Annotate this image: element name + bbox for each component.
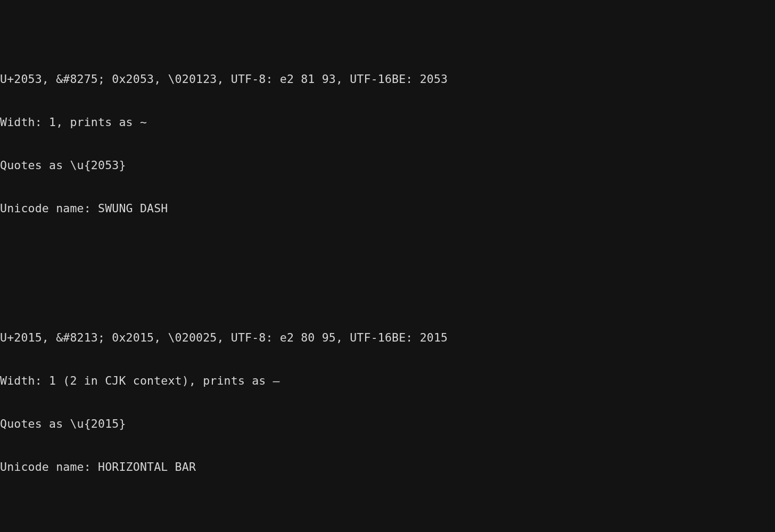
output-line: Unicode name: SWUNG DASH bbox=[0, 201, 775, 215]
output-line: Unicode name: HORIZONTAL BAR bbox=[0, 460, 775, 474]
output-line: Quotes as \u{2015} bbox=[0, 417, 775, 431]
output-line: Quotes as \u{2053} bbox=[0, 158, 775, 172]
output-line: U+2053, &#8275; 0x2053, \020123, UTF-8: … bbox=[0, 72, 775, 86]
char-block: U+2015, &#8213; 0x2015, \020025, UTF-8: … bbox=[0, 302, 775, 503]
output-line: Width: 1 (2 in CJK context), prints as — bbox=[0, 373, 775, 388]
char-block: U+2053, &#8275; 0x2053, \020123, UTF-8: … bbox=[0, 43, 775, 244]
terminal-output: U+2053, &#8275; 0x2053, \020123, UTF-8: … bbox=[0, 0, 775, 532]
output-line: U+2015, &#8213; 0x2015, \020025, UTF-8: … bbox=[0, 330, 775, 345]
output-line: Width: 1, prints as ~ bbox=[0, 115, 775, 129]
terminal[interactable]: U+2053, &#8275; 0x2053, \020123, UTF-8: … bbox=[0, 0, 775, 532]
